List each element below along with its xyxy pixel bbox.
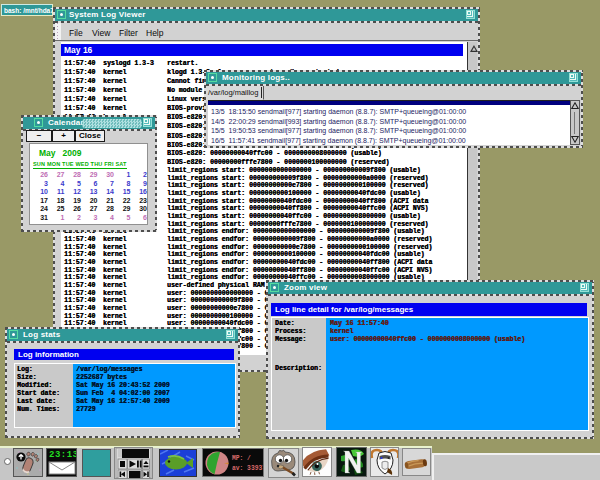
svg-text:MP: /: MP: / bbox=[232, 455, 251, 462]
svg-text:av: 33937l: av: 33937l bbox=[232, 465, 263, 472]
